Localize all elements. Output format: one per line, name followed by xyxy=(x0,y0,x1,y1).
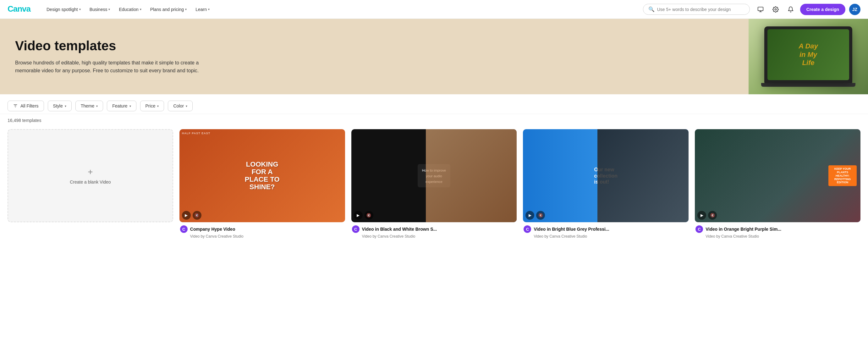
nav-business[interactable]: Business ▾ xyxy=(86,4,114,14)
template-info-0: C Company Hype Video Video by Canva Crea… xyxy=(180,222,345,239)
theme-filter-button[interactable]: Theme ▾ xyxy=(75,101,103,111)
thumb-controls-1: ▶ 🔇 xyxy=(354,211,373,220)
style-filter-button[interactable]: Style ▾ xyxy=(48,101,72,111)
nav-design-spotlight[interactable]: Design spotlight ▾ xyxy=(43,4,85,14)
avatar[interactable]: JZ xyxy=(849,4,861,15)
template-card-0[interactable]: HALF PAST EAST LOOKINGFOR APLACE TOSHINE… xyxy=(180,129,345,239)
mute-icon[interactable]: 🔇 xyxy=(365,211,373,220)
thumb-controls-0: ▶ 🔇 xyxy=(182,211,202,220)
svg-point-4 xyxy=(775,8,776,10)
template-count-bar: 16,498 templates xyxy=(0,114,868,127)
template-author-2: Video by Canva Creative Studio xyxy=(524,234,688,239)
canva-logo-c-3: C xyxy=(695,225,703,233)
all-filters-label: All Filters xyxy=(21,103,39,108)
hero-image-bg: A Dayin MyLife xyxy=(749,19,868,94)
nav-plans-pricing[interactable]: Plans and pricing ▾ xyxy=(147,4,190,14)
theme-filter-label: Theme xyxy=(81,103,95,108)
color-filter-label: Color xyxy=(173,103,184,108)
chevron-down-icon: ▾ xyxy=(186,104,187,108)
template-author-1: Video by Canva Creative Studio xyxy=(352,234,516,239)
laptop-text: A Dayin MyLife xyxy=(799,42,818,67)
hero-image: A Dayin MyLife xyxy=(749,19,868,94)
nav-education[interactable]: Education ▾ xyxy=(115,4,145,14)
mute-icon[interactable]: 🔇 xyxy=(536,211,545,220)
template-card-1[interactable]: How to improveyour audioexperience ▶ 🔇 C… xyxy=(351,129,517,239)
plus-icon: + xyxy=(88,167,93,177)
laptop-screen-content: A Dayin MyLife xyxy=(768,29,849,80)
nav-learn-label: Learn xyxy=(195,7,207,12)
nav-learn[interactable]: Learn ▾ xyxy=(192,4,213,14)
template-card-2[interactable]: Our newcollectionis out! ▶ 🔇 C Video in … xyxy=(523,129,688,239)
nav-plans-pricing-label: Plans and pricing xyxy=(150,7,184,12)
template-name-2: Video in Bright Blue Grey Professi... xyxy=(534,227,609,232)
template-thumb-3[interactable]: KEEP YOUR PLANTS HEALTHY: REPOTTING EDIT… xyxy=(695,129,861,222)
blank-card-label: Create a blank Video xyxy=(70,180,111,185)
template-info-2: C Video in Bright Blue Grey Professi... … xyxy=(523,222,688,239)
feature-filter-label: Feature xyxy=(112,103,127,108)
template-thumb-2[interactable]: Our newcollectionis out! ▶ 🔇 xyxy=(523,129,688,222)
hero-title: Video templates xyxy=(15,38,734,54)
chevron-down-icon: ▾ xyxy=(96,104,98,108)
chevron-down-icon: ▾ xyxy=(208,7,210,11)
template-title-row-2: C Video in Bright Blue Grey Professi... xyxy=(524,225,688,233)
template-name-0: Company Hype Video xyxy=(190,227,236,232)
nav-education-label: Education xyxy=(119,7,138,12)
nav-business-label: Business xyxy=(90,7,107,12)
template-thumb-1[interactable]: How to improveyour audioexperience ▶ 🔇 xyxy=(351,129,517,222)
chevron-down-icon: ▾ xyxy=(185,7,187,11)
hero-content: Video templates Browse hundreds of edita… xyxy=(0,19,749,94)
canva-logo[interactable]: Canva xyxy=(7,4,33,15)
blank-video-thumb[interactable]: + Create a blank Video xyxy=(7,129,173,222)
laptop-screen: A Dayin MyLife xyxy=(768,29,849,80)
templates-grid: + Create a blank Video HALF PAST EAST LO… xyxy=(0,127,868,251)
template-title-row-3: C Video in Orange Bright Purple Sim... xyxy=(695,225,860,233)
chevron-down-icon: ▾ xyxy=(129,104,131,108)
template-author-3: Video by Canva Creative Studio xyxy=(695,234,860,239)
canva-logo-c-2: C xyxy=(524,225,531,233)
nav-items: Design spotlight ▾ Business ▾ Education … xyxy=(43,4,643,14)
mute-icon[interactable]: 🔇 xyxy=(193,211,202,220)
canva-logo-c-0: C xyxy=(180,225,188,233)
mute-icon[interactable]: 🔇 xyxy=(708,211,717,220)
laptop-mockup: A Dayin MyLife xyxy=(764,26,852,83)
filters-bar: All Filters Style ▾ Theme ▾ Feature ▾ Pr… xyxy=(0,94,868,114)
svg-text:Canva: Canva xyxy=(7,4,31,13)
template-title-row-1: C Video in Black and White Brown S... xyxy=(352,225,516,233)
play-icon[interactable]: ▶ xyxy=(354,211,363,220)
price-filter-label: Price xyxy=(146,103,156,108)
navbar-icons xyxy=(755,4,796,15)
search-input[interactable] xyxy=(657,7,744,12)
feature-filter-button[interactable]: Feature ▾ xyxy=(107,101,136,111)
create-design-button[interactable]: Create a design xyxy=(800,4,845,15)
play-icon[interactable]: ▶ xyxy=(525,211,534,220)
hero-section: Video templates Browse hundreds of edita… xyxy=(0,19,868,94)
laptop-base xyxy=(761,83,856,87)
chevron-down-icon: ▾ xyxy=(157,104,159,108)
thumb-controls-2: ▶ 🔇 xyxy=(525,211,545,220)
canva-logo-c-1: C xyxy=(352,225,360,233)
template-thumb-0[interactable]: HALF PAST EAST LOOKINGFOR APLACE TOSHINE… xyxy=(180,129,345,222)
bell-icon-button[interactable] xyxy=(785,4,796,15)
play-icon[interactable]: ▶ xyxy=(182,211,191,220)
template-card-3[interactable]: KEEP YOUR PLANTS HEALTHY: REPOTTING EDIT… xyxy=(695,129,861,239)
chevron-down-icon: ▾ xyxy=(140,7,142,11)
style-filter-label: Style xyxy=(53,103,63,108)
color-filter-button[interactable]: Color ▾ xyxy=(168,101,192,111)
template-info-1: C Video in Black and White Brown S... Vi… xyxy=(351,222,517,239)
price-filter-button[interactable]: Price ▾ xyxy=(140,101,164,111)
monitor-icon-button[interactable] xyxy=(755,4,766,15)
settings-icon-button[interactable] xyxy=(770,4,781,15)
hero-description: Browse hundreds of editable, high qualit… xyxy=(15,59,210,75)
template-name-1: Video in Black and White Brown S... xyxy=(362,227,437,232)
blank-video-card[interactable]: + Create a blank Video xyxy=(7,129,173,239)
search-bar[interactable]: 🔍 xyxy=(643,4,750,15)
play-icon[interactable]: ▶ xyxy=(698,211,706,220)
thumb-controls-3: ▶ 🔇 xyxy=(698,211,717,220)
all-filters-button[interactable]: All Filters xyxy=(7,101,44,111)
template-name-3: Video in Orange Bright Purple Sim... xyxy=(706,227,781,232)
chevron-down-icon: ▾ xyxy=(79,7,81,11)
chevron-down-icon: ▾ xyxy=(65,104,66,108)
nav-design-spotlight-label: Design spotlight xyxy=(46,7,78,12)
search-icon: 🔍 xyxy=(648,6,655,12)
chevron-down-icon: ▾ xyxy=(108,7,110,11)
